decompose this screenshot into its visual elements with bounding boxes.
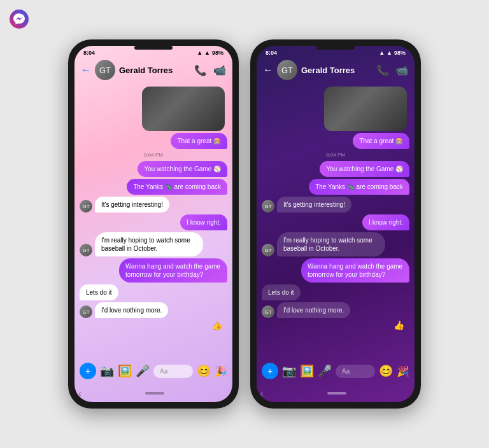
contact-avatar-dark: GT (277, 60, 297, 80)
msg-row-3-light: The Yanks 🦎 are coming back (80, 179, 227, 195)
nav-arrow-light: ‹ (78, 388, 82, 398)
bubble-that-great-light: That a great 🎰 (171, 133, 227, 149)
msg-row-2-dark: You watching the Game ⚾ (262, 161, 409, 177)
status-time-light: 8:04 (83, 50, 95, 56)
bubble-hang-dark: Wanna hang and watch the game tomorrow f… (301, 258, 409, 283)
avatar-small-9-dark: GT (262, 305, 274, 318)
confetti-icon-dark[interactable]: 🎉 (397, 365, 409, 377)
camera-icon-light[interactable]: 📷 (100, 364, 114, 378)
avatar-small-6-dark: GT (262, 244, 274, 256)
phone-screen-light: 8:04 ▲ ▲ 98% ← GT Gerald Torres 📞 📹 (74, 46, 232, 402)
msg-row-5-dark: I know right. (262, 214, 409, 230)
emoji-reaction-light: 👍 (80, 320, 227, 330)
bottom-toolbar-dark: + 📷 🖼️ 🎤 Aa 😊 🎉 (257, 359, 415, 384)
phone-screen-dark: 8:04 ▲ ▲ 98% ← GT Gerald Torres 📞 📹 (257, 46, 415, 402)
confetti-icon-light[interactable]: 🎉 (215, 365, 227, 377)
msg-row-7-dark: Wanna hang and watch the game tomorrow f… (262, 258, 409, 283)
status-time-dark: 8:04 (266, 50, 277, 56)
header-icons-light: 📞 📹 (194, 64, 226, 76)
bubble-that-great-dark: That a great 🎰 (353, 133, 409, 149)
avatar-small-4-light: GT (80, 200, 92, 213)
bottom-toolbar-light: + 📷 🖼️ 🎤 Aa 😊 🎉 (74, 359, 232, 384)
phone-notch-light (134, 46, 173, 50)
mic-icon-light[interactable]: 🎤 (136, 364, 150, 378)
page-background: 8:04 ▲ ▲ 98% ← GT Gerald Torres 📞 📹 (0, 0, 489, 448)
timestamp-dark: 8:04 PM (262, 152, 409, 158)
msg-row-1-dark: That a great 🎰 (262, 133, 409, 149)
bubble-iknow-dark: I know right. (362, 214, 409, 230)
signal-icon-dark: ▲ (379, 50, 385, 56)
bubble-baseball-light: I'm really hoping to watch some baseball… (95, 232, 203, 256)
video-call-icon-light[interactable]: 📹 (213, 64, 226, 76)
gallery-icon-light[interactable]: 🖼️ (118, 364, 132, 378)
contact-name-light: Gerald Torres (119, 66, 190, 75)
emoji-icon-dark[interactable]: 😊 (379, 364, 393, 378)
msg-row-image-light (80, 87, 227, 131)
bubble-watching-dark: You watching the Game ⚾ (320, 161, 409, 177)
bubble-love-dark: I'd love nothing more. (277, 302, 350, 318)
bubble-yanks-light: The Yanks 🦎 are coming back (127, 179, 227, 195)
msg-row-1-light: That a great 🎰 (80, 133, 227, 149)
image-content-dark (324, 87, 407, 131)
bubble-yanks-dark: The Yanks 🦎 are coming back (309, 179, 409, 195)
plus-button-dark[interactable]: + (262, 363, 278, 379)
avatar-small-4-dark: GT (262, 200, 274, 213)
nav-bar-dark: ‹ (257, 384, 415, 402)
back-button-dark[interactable]: ← (263, 64, 273, 76)
chat-header-light: ← GT Gerald Torres 📞 📹 (74, 57, 232, 84)
phone-notch-dark (316, 46, 355, 50)
nav-arrow-dark: ‹ (260, 388, 264, 398)
chat-area-light: That a great 🎰 8:04 PM You watching the … (74, 84, 232, 359)
emoji-icon-light[interactable]: 😊 (197, 364, 211, 378)
svg-point-0 (10, 10, 29, 29)
plus-button-light[interactable]: + (80, 363, 96, 379)
msg-row-6-dark: GT I'm really hoping to watch some baseb… (262, 232, 409, 256)
chat-header-dark: ← GT Gerald Torres 📞 📹 (257, 57, 415, 84)
timestamp-light: 8:04 PM (80, 152, 227, 158)
text-input-light[interactable]: Aa (153, 365, 193, 378)
bubble-interesting-light: It's getting interesting! (95, 197, 169, 213)
msg-row-6-light: GT I'm really hoping to watch some baseb… (80, 232, 227, 256)
msg-row-9-light: GT I'd love nothing more. (80, 302, 227, 318)
msg-row-4-dark: GT It's getting interesting! (262, 197, 409, 213)
image-content-light (142, 87, 225, 131)
msg-row-4-light: GT It's getting interesting! (80, 197, 227, 213)
msg-row-3-dark: The Yanks 🦎 are coming back (262, 179, 409, 195)
image-preview-dark (324, 87, 407, 131)
bubble-iknow-light: I know right. (180, 214, 227, 230)
bubble-watching-light: You watching the Game ⚾ (138, 161, 227, 177)
gallery-icon-dark[interactable]: 🖼️ (300, 364, 314, 378)
signal-icon-light: ▲ (197, 50, 202, 56)
msg-row-image-dark (262, 87, 409, 131)
bubble-hang-light: Wanna hang and watch the game tomorrow f… (119, 258, 227, 283)
avatar-small-6-light: GT (80, 244, 92, 256)
phone-light: 8:04 ▲ ▲ 98% ← GT Gerald Torres 📞 📹 (68, 39, 239, 409)
bubble-interesting-dark: It's getting interesting! (277, 197, 351, 213)
video-call-icon-dark[interactable]: 📹 (395, 64, 408, 76)
nav-pill-dark (327, 392, 346, 395)
status-right-dark: ▲ ▲ 98% (379, 50, 406, 56)
contact-avatar-light: GT (95, 60, 115, 80)
phone-call-icon-light[interactable]: 📞 (194, 64, 207, 76)
msg-row-2-light: You watching the Game ⚾ (80, 161, 227, 177)
wifi-icon-light: ▲ (204, 50, 210, 56)
phone-call-icon-dark[interactable]: 📞 (376, 64, 389, 76)
contact-name-dark: Gerald Torres (301, 66, 372, 75)
chat-area-dark: That a great 🎰 8:04 PM You watching the … (257, 84, 415, 359)
avatar-small-9-light: GT (80, 305, 92, 318)
msg-row-9-dark: GT I'd love nothing more. (262, 302, 409, 318)
bubble-lets-dark: Lets do it (262, 284, 301, 300)
image-preview-light (142, 87, 225, 131)
camera-icon-dark[interactable]: 📷 (282, 364, 296, 378)
nav-pill-light (145, 392, 164, 395)
msg-row-8-light: Lets do it (80, 284, 227, 300)
mic-icon-dark[interactable]: 🎤 (318, 364, 332, 378)
back-button-light[interactable]: ← (81, 64, 91, 76)
wifi-icon-dark: ▲ (386, 50, 392, 56)
bubble-love-light: I'd love nothing more. (95, 302, 168, 318)
status-right-light: ▲ ▲ 98% (197, 50, 223, 56)
msg-row-8-dark: Lets do it (262, 284, 409, 300)
battery-text-light: 98% (212, 50, 223, 56)
header-icons-dark: 📞 📹 (376, 64, 408, 76)
text-input-dark[interactable]: Aa (336, 365, 375, 378)
